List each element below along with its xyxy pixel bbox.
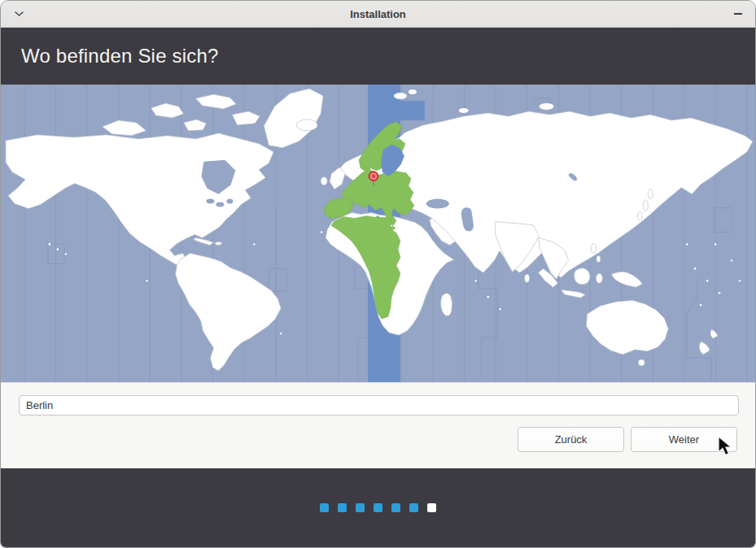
progress-step-done: [320, 503, 329, 512]
back-button[interactable]: Zurück: [518, 427, 624, 452]
window-title: Installation: [1, 1, 755, 27]
progress-step-done: [391, 503, 400, 512]
progress-step-done: [356, 503, 365, 512]
progress-step-done: [374, 503, 382, 512]
next-button[interactable]: Weiter: [631, 427, 737, 452]
page-title: Wo befinden Sie sich?: [21, 45, 219, 67]
page-header: Wo befinden Sie sich?: [1, 28, 755, 85]
location-input[interactable]: [19, 395, 739, 415]
progress-bar: [1, 468, 755, 547]
world-map-svg: [1, 85, 755, 382]
installer-window: Installation Wo befinden Sie sich?: [0, 0, 756, 548]
controls-panel: Zurück Weiter: [1, 382, 755, 468]
timezone-map[interactable]: [1, 85, 755, 382]
titlebar[interactable]: Installation: [1, 1, 755, 28]
progress-step-done: [338, 503, 347, 512]
minimize-icon: [734, 13, 742, 15]
progress-step-done: [409, 503, 418, 512]
minimize-button[interactable]: [734, 1, 742, 27]
progress-step-current: [427, 503, 436, 512]
button-row: Zurück Weiter: [1, 427, 737, 452]
